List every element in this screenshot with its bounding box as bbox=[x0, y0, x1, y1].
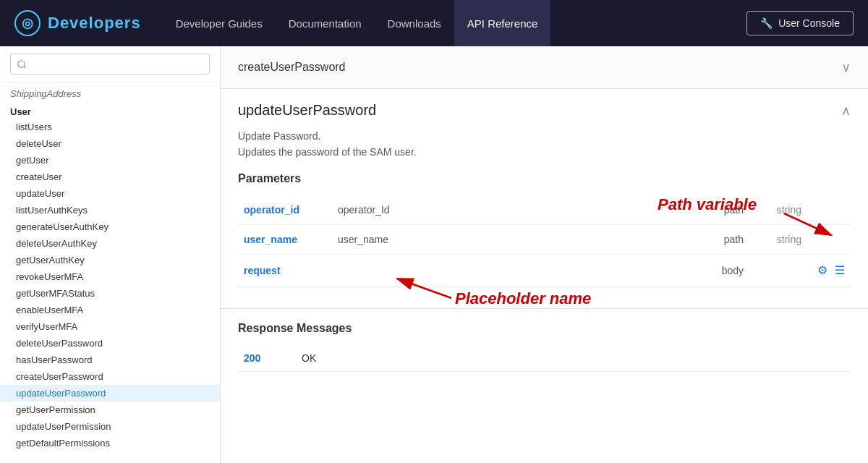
sidebar-section-shipping: ShippingAddress bbox=[0, 82, 220, 102]
param-datatype-request bbox=[749, 255, 807, 286]
param-icons-operator-id bbox=[807, 195, 851, 225]
sidebar-search bbox=[0, 46, 220, 82]
placeholder-name-text: Placeholder name bbox=[455, 289, 591, 307]
user-console-label: User Console bbox=[778, 17, 840, 29]
sidebar-item-generateuserauthkey[interactable]: generateUserAuthKey bbox=[0, 218, 220, 235]
collapsed-section[interactable]: createUserPassword ∨ bbox=[221, 46, 868, 89]
sidebar-item-hasuserpassword[interactable]: hasUserPassword bbox=[0, 352, 220, 368]
param-icons-request[interactable]: ⚙ ☰ bbox=[807, 255, 851, 286]
sidebar-item-deleteuserpassword[interactable]: deleteUserPassword bbox=[0, 335, 220, 352]
param-datatype-operator-id: string bbox=[749, 195, 807, 225]
sidebar-item-createuserpassword[interactable]: createUserPassword bbox=[0, 368, 220, 385]
sidebar-item-getusermfastatus[interactable]: getUserMFAStatus bbox=[0, 285, 220, 302]
table-row: 200 OK bbox=[238, 345, 851, 372]
response-message-ok: OK bbox=[296, 345, 851, 372]
param-desc-operator-id: operator_Id bbox=[332, 195, 692, 225]
sidebar-item-enableusermfa[interactable]: enableUserMFA bbox=[0, 302, 220, 318]
sidebar-item-deleteuserauthkey[interactable]: deleteUserAuthKey bbox=[0, 235, 220, 252]
param-desc-request bbox=[332, 255, 692, 286]
sidebar-item-updateuserpermission[interactable]: updateUserPermission bbox=[0, 418, 220, 435]
sidebar-item-listusers[interactable]: listUsers bbox=[0, 119, 220, 135]
params-container: operator_id operator_Id path string user… bbox=[238, 195, 851, 286]
params-table: operator_id operator_Id path string user… bbox=[238, 195, 851, 286]
param-icons-user-name bbox=[807, 225, 851, 255]
param-desc-user-name: user_name bbox=[332, 225, 692, 255]
expanded-section: updateUserPassword ∧ Update Password. Up… bbox=[221, 89, 868, 309]
list-icon[interactable]: ☰ bbox=[835, 264, 845, 276]
section-subtitle: Update Password. bbox=[238, 130, 851, 142]
section-title: updateUserPassword bbox=[238, 102, 376, 119]
logo[interactable]: ◎ Developers bbox=[14, 10, 141, 36]
user-console-button[interactable]: 🔧 User Console bbox=[746, 11, 854, 35]
sidebar-item-getdefaultpermissions[interactable]: getDefaultPermissions bbox=[0, 435, 220, 451]
logo-text: Developers bbox=[48, 14, 141, 33]
table-row: operator_id operator_Id path string bbox=[238, 195, 851, 225]
logo-icon: ◎ bbox=[14, 10, 41, 36]
sidebar-item-listuserauthkeys[interactable]: listUserAuthKeys bbox=[0, 202, 220, 218]
nav-developer-guides[interactable]: Developer Guides bbox=[163, 0, 276, 46]
params-title: Parameters bbox=[238, 172, 851, 185]
sidebar-item-createuser[interactable]: createUser bbox=[0, 169, 220, 185]
nav-downloads[interactable]: Downloads bbox=[375, 0, 454, 46]
param-name-request: request bbox=[238, 255, 332, 286]
table-row: user_name user_name path string bbox=[238, 225, 851, 255]
response-table: 200 OK bbox=[238, 345, 851, 372]
sidebar-item-updateuser[interactable]: updateUser bbox=[0, 185, 220, 202]
response-code-200: 200 bbox=[238, 345, 296, 372]
nav-links: Developer Guides Documentation Downloads… bbox=[163, 0, 747, 46]
nav-api-reference[interactable]: API Reference bbox=[454, 0, 551, 46]
nav-documentation[interactable]: Documentation bbox=[276, 0, 375, 46]
table-row: request body ⚙ ☰ bbox=[238, 255, 851, 286]
sidebar-item-revokeusermfa[interactable]: revokeUserMFA bbox=[0, 268, 220, 285]
chevron-up-icon: ∧ bbox=[841, 103, 851, 119]
main-layout: ShippingAddress User listUsers deleteUse… bbox=[0, 46, 868, 463]
sidebar-item-getuserauthkey[interactable]: getUserAuthKey bbox=[0, 252, 220, 268]
gear-icon[interactable]: ⚙ bbox=[817, 264, 827, 276]
collapsed-section-title: createUserPassword bbox=[238, 61, 346, 74]
param-name-operator-id: operator_id bbox=[238, 195, 332, 225]
sidebar-item-verifyusermfa[interactable]: verifyUserMFA bbox=[0, 318, 220, 335]
sidebar: ShippingAddress User listUsers deleteUse… bbox=[0, 46, 221, 463]
top-nav: ◎ Developers Developer Guides Documentat… bbox=[0, 0, 868, 46]
param-type-operator-id: path bbox=[692, 195, 749, 225]
sidebar-item-deleteuser[interactable]: deleteUser bbox=[0, 135, 220, 152]
response-section: Response Messages 200 OK bbox=[221, 309, 868, 385]
param-type-request: body bbox=[692, 255, 749, 286]
sidebar-item-getuser[interactable]: getUser bbox=[0, 152, 220, 169]
sidebar-item-getuserpermission[interactable]: getUserPermission bbox=[0, 402, 220, 418]
sidebar-category-user: User bbox=[0, 102, 220, 119]
param-datatype-user-name: string bbox=[749, 225, 807, 255]
chevron-down-icon: ∨ bbox=[841, 59, 851, 75]
section-desc: Updates the password of the SAM user. bbox=[238, 146, 851, 158]
search-input[interactable] bbox=[10, 54, 210, 75]
content-area: createUserPassword ∨ updateUserPassword … bbox=[221, 46, 868, 463]
wrench-icon: 🔧 bbox=[760, 17, 773, 29]
response-title: Response Messages bbox=[238, 322, 851, 335]
param-name-user-name: user_name bbox=[238, 225, 332, 255]
param-type-user-name: path bbox=[692, 225, 749, 255]
sidebar-item-updateuserpassword[interactable]: updateUserPassword bbox=[0, 385, 220, 402]
section-header: updateUserPassword ∧ bbox=[238, 102, 851, 119]
